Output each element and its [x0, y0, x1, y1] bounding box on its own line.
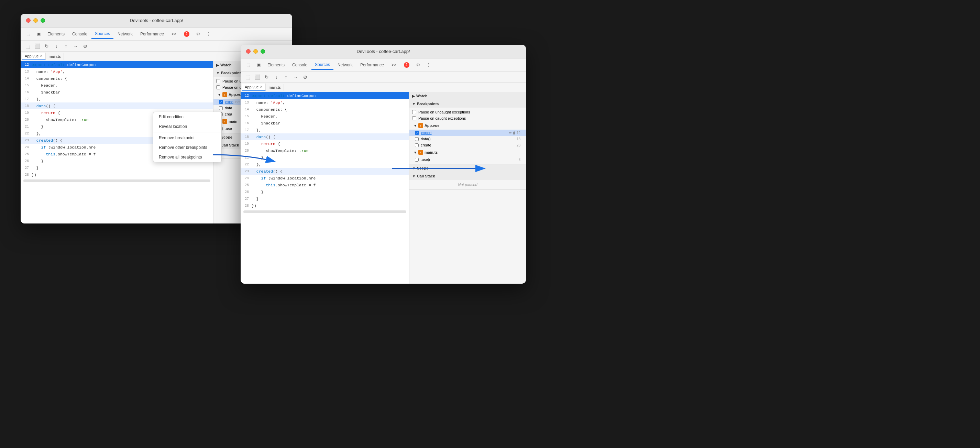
bp-label-2: Breakpoints [417, 102, 439, 106]
bp-item-create-2[interactable]: create 23 [409, 142, 526, 148]
tab-sources-1[interactable]: Sources [91, 29, 113, 39]
code-line-14-1: 14 components: { [21, 75, 213, 82]
ctx-reveal-location-1[interactable]: Reveal location [153, 122, 221, 131]
bp-content-2: Pause on uncaught exceptions Pause on ca… [409, 108, 526, 164]
tab-more-2[interactable]: >> [388, 61, 400, 69]
scroll-bar-2[interactable] [243, 210, 406, 213]
code-line-12-1: 12 export default defineCompon [21, 61, 213, 68]
app-vue-icon-2: ! [418, 123, 423, 128]
code-line-24-2: 24 if (window.location.hre [240, 175, 409, 182]
code-editor-2[interactable]: 12 export default defineCompon 13 name: … [240, 92, 409, 284]
maximize-button-2[interactable] [261, 49, 265, 54]
file-tab-app-vue-1[interactable]: App.vue ✕ [22, 53, 46, 60]
step-into-btn-1[interactable]: ↑ [62, 42, 70, 50]
callstack-label-1: Call Stack [221, 143, 239, 147]
ctx-remove-bp-1[interactable]: Remove breakpoint [153, 133, 221, 143]
tab-console-1[interactable]: Console [69, 30, 91, 38]
inspector-icon-2[interactable]: ▣ [254, 60, 263, 70]
scroll-bar-1[interactable] [23, 180, 210, 182]
tab-more-1[interactable]: >> [168, 30, 180, 38]
tab-network-1[interactable]: Network [114, 30, 136, 38]
bp-export-text-1[interactable]: expo [225, 100, 234, 104]
bp-create-cb-2[interactable] [415, 143, 419, 147]
file-tab-main-ts-1[interactable]: main.ts [46, 53, 64, 60]
tab-elements-2[interactable]: Elements [264, 61, 288, 69]
sidebar-toggle-1[interactable]: ⬚ [23, 42, 32, 50]
bp-create-linenum: 23 [517, 143, 520, 147]
bp-use-cb-2[interactable] [415, 158, 419, 162]
ctx-edit-condition-1[interactable]: Edit condition [153, 112, 221, 122]
maximize-button-1[interactable] [41, 18, 45, 23]
step-over-btn-1[interactable]: ↓ [52, 42, 60, 50]
devtools-icon-1[interactable]: ⬚ [23, 29, 33, 39]
resume-btn-1[interactable]: ↻ [43, 42, 51, 50]
resume-btn-2[interactable]: ↻ [262, 73, 271, 81]
scope-header-2[interactable]: ▼ Scope [409, 164, 526, 172]
bp-item-data-2[interactable]: data() 18 [409, 136, 526, 142]
columns-btn-2[interactable]: ⬜ [253, 73, 261, 81]
file-tab-app-vue-close-2[interactable]: ✕ [260, 85, 262, 89]
file-tabs-2: App.vue ✕ main.ts [240, 83, 526, 92]
columns-btn-1[interactable]: ⬜ [33, 42, 41, 50]
code-line-28-1: 28 }) [21, 171, 213, 178]
bp-create-text-2: create [421, 143, 431, 147]
code-line-17-1: 17 }, [21, 96, 213, 102]
more-icon-2[interactable]: ⋮ [424, 60, 433, 70]
step-out-btn-2[interactable]: → [291, 73, 300, 81]
bp-item-use-2[interactable]: .use(r 8 [409, 156, 526, 163]
inspector-icon-1[interactable]: ▣ [34, 29, 43, 39]
pause-uncaught-item-2[interactable]: Pause on uncaught exceptions [409, 109, 526, 115]
tab-network-2[interactable]: Network [334, 61, 356, 69]
bp-export-text-2[interactable]: export [421, 131, 432, 135]
pause-uncaught-cb-1[interactable] [216, 79, 220, 83]
file-tab-main-ts-2[interactable]: main.ts [266, 84, 283, 91]
app-vue-icon-1: ! [223, 92, 227, 97]
tab-performance-1[interactable]: Performance [137, 30, 167, 38]
code-line-25-2: 25 this.showTemplate = f [240, 182, 409, 188]
edit-pencil-icon[interactable]: ✏ [509, 131, 512, 135]
edit-delete-icon[interactable]: 🗑 [512, 131, 516, 135]
step-into-btn-2[interactable]: ↑ [282, 73, 290, 81]
close-button-2[interactable] [246, 49, 251, 54]
pause-caught-item-2[interactable]: Pause on caught exceptions [409, 115, 526, 121]
window-title-2: DevTools - coffee-cart.app/ [356, 49, 410, 54]
more-icon-1[interactable]: ⋮ [204, 29, 213, 39]
devtools-icon-2[interactable]: ⬚ [243, 60, 253, 70]
bp-data-cb-2[interactable] [415, 137, 419, 141]
devtools-window-2: DevTools - coffee-cart.app/ ⬚ ▣ Elements… [240, 45, 526, 284]
edit-icons-2: ✏ 🗑 12 [509, 131, 520, 135]
callstack-header-2[interactable]: ▼ Call Stack [409, 172, 526, 180]
breakpoints-header-2[interactable]: ▼ Breakpoints [409, 100, 526, 108]
bp-item-export-2[interactable]: ✓ export ✏ 🗑 12 [409, 130, 526, 136]
app-vue-group-2[interactable]: ▼ ! App.vue [409, 121, 526, 130]
tab-elements-1[interactable]: Elements [44, 30, 68, 38]
pause-caught-cb-2[interactable] [412, 116, 416, 120]
minimize-button-1[interactable] [33, 18, 38, 23]
code-line-23-2: 23 created() { [240, 168, 409, 175]
traffic-lights-1 [26, 18, 45, 23]
pause-uncaught-cb-2[interactable] [412, 110, 416, 114]
step-over-btn-2[interactable]: ↓ [272, 73, 280, 81]
sidebar-toggle-2[interactable]: ⬚ [243, 73, 251, 81]
watch-header-2[interactable]: ▶ Watch [409, 92, 526, 100]
close-button-1[interactable] [26, 18, 30, 23]
file-tab-app-vue-close-1[interactable]: ✕ [40, 54, 43, 58]
tab-sources-2[interactable]: Sources [312, 60, 333, 70]
settings-icon-1[interactable]: ⚙ [194, 29, 203, 39]
step-out-btn-1[interactable]: → [72, 42, 80, 50]
file-tab-app-vue-label-1: App.vue [25, 54, 38, 58]
ctx-remove-all-1[interactable]: Remove all breakpoints [153, 152, 221, 162]
file-tab-app-vue-2[interactable]: App.vue ✕ [242, 84, 266, 91]
main-group-2[interactable]: ▼ ! main.ts [409, 148, 526, 156]
bp-data-cb-1[interactable] [219, 106, 223, 110]
ctx-remove-other-1[interactable]: Remove other breakpoints [153, 143, 221, 152]
minimize-button-2[interactable] [253, 49, 258, 54]
settings-icon-2[interactable]: ⚙ [414, 60, 423, 70]
tab-console-2[interactable]: Console [289, 61, 311, 69]
deactivate-btn-1[interactable]: ⊘ [81, 42, 89, 50]
code-line-20-2: 20 showTemplate: true [240, 147, 409, 154]
app-vue-chevron-2: ▼ [414, 124, 417, 128]
deactivate-btn-2[interactable]: ⊘ [301, 73, 309, 81]
tab-performance-2[interactable]: Performance [357, 61, 387, 69]
pause-caught-cb-1[interactable] [216, 85, 220, 89]
